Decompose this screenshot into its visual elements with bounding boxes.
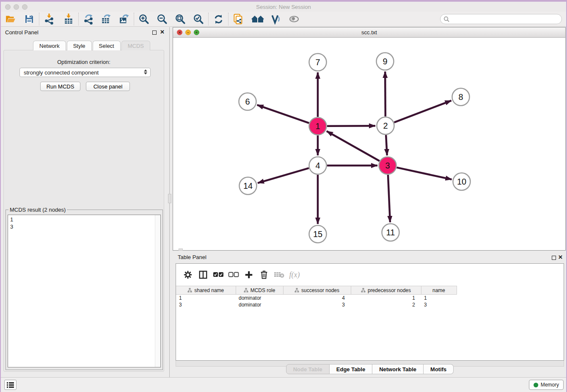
graph-node-label-10: 10 bbox=[457, 177, 466, 186]
list-icon bbox=[7, 382, 14, 388]
column-header-predecessor-nodes[interactable]: predecessor nodes bbox=[351, 286, 421, 295]
search-field[interactable] bbox=[440, 14, 562, 24]
mcds-panel: Optimization criterion: strongly connect… bbox=[3, 50, 164, 372]
close-panel-button[interactable]: Close panel bbox=[86, 82, 130, 91]
tab-network[interactable]: Network bbox=[33, 41, 66, 50]
import-network-icon[interactable] bbox=[42, 13, 56, 25]
settings-gear-icon[interactable] bbox=[180, 268, 195, 282]
cell-shared-name[interactable]: 1 bbox=[176, 295, 236, 301]
graph-edge-3-11[interactable] bbox=[388, 175, 390, 222]
home-networks-icon[interactable] bbox=[250, 13, 265, 25]
show-hide-eye-icon[interactable] bbox=[287, 13, 301, 25]
cell-predecessor-nodes[interactable]: 1 bbox=[351, 295, 421, 301]
search-input[interactable] bbox=[450, 15, 561, 23]
tab-style[interactable]: Style bbox=[67, 41, 92, 50]
float-table-panel-icon[interactable] bbox=[552, 256, 556, 260]
tab-select[interactable]: Select bbox=[93, 41, 121, 50]
network-view-window: ✕ − + scc.txt 7968124314101511 bbox=[173, 27, 566, 251]
graph-edge-3-1[interactable] bbox=[327, 131, 380, 161]
add-row-icon[interactable] bbox=[241, 268, 256, 282]
control-panel-tabs: Network Style Select MCDS bbox=[33, 41, 151, 50]
cell-mcds-role[interactable]: dominator bbox=[236, 301, 283, 308]
refresh-view-icon[interactable] bbox=[211, 13, 226, 25]
column-header-name[interactable]: name bbox=[421, 286, 457, 295]
status-bar: Memory bbox=[0, 377, 567, 392]
zoom-in-icon[interactable] bbox=[137, 13, 151, 25]
task-history-button[interactable] bbox=[4, 380, 17, 390]
zoom-out-icon[interactable] bbox=[155, 13, 169, 25]
export-network-icon[interactable] bbox=[81, 13, 96, 25]
column-header-mcds-role[interactable]: MCDS role bbox=[236, 286, 283, 295]
panel-divider-handle[interactable] bbox=[168, 194, 171, 203]
table-row[interactable]: 1 dominator 4 1 1 bbox=[176, 295, 457, 301]
network-canvas[interactable]: 7968124314101511 bbox=[173, 38, 565, 250]
import-table-icon[interactable] bbox=[61, 13, 76, 25]
network-from-file-icon[interactable] bbox=[231, 13, 245, 25]
save-session-icon[interactable] bbox=[22, 13, 36, 25]
deselect-all-checkboxes-icon[interactable] bbox=[226, 268, 241, 282]
cell-mcds-role[interactable]: dominator bbox=[236, 295, 283, 301]
graph-node-label-14: 14 bbox=[243, 181, 253, 190]
visual-styles-icon[interactable] bbox=[269, 13, 283, 25]
mcds-result-box: MCDS result (2 nodes) 1 3 bbox=[6, 210, 163, 370]
graph-edge-4-14[interactable] bbox=[258, 168, 309, 183]
toggle-columns-icon[interactable] bbox=[195, 268, 211, 282]
delete-row-icon[interactable] bbox=[256, 268, 272, 282]
chevron-updown-icon bbox=[144, 69, 147, 75]
search-icon bbox=[443, 16, 450, 22]
mcds-result-text[interactable]: 1 3 bbox=[8, 215, 161, 367]
cell-name[interactable]: 3 bbox=[421, 301, 457, 308]
optimization-criterion-label: Optimization criterion: bbox=[4, 59, 164, 65]
table-header-row: shared name MCDS role successor nodes pr… bbox=[176, 286, 457, 295]
window-frame-left bbox=[0, 0, 1, 392]
cell-name[interactable]: 1 bbox=[421, 295, 457, 301]
graph-edge-1-2[interactable] bbox=[327, 126, 375, 126]
close-panel-icon[interactable]: ✕ bbox=[160, 29, 165, 35]
column-type-icon bbox=[295, 288, 299, 293]
criterion-select[interactable]: strongly connected component bbox=[19, 68, 151, 77]
table-panel-title: Table Panel bbox=[178, 254, 206, 260]
window-frame-top bbox=[0, 0, 567, 2]
close-table-panel-icon[interactable]: ✕ bbox=[558, 254, 563, 260]
graph-node-label-1: 1 bbox=[315, 121, 320, 131]
criterion-value: strongly connected component bbox=[24, 69, 99, 76]
graph-edge-2-8[interactable] bbox=[394, 101, 451, 123]
open-folder-icon[interactable] bbox=[3, 13, 18, 25]
cell-successor-nodes[interactable]: 3 bbox=[283, 301, 351, 308]
tab-mcds[interactable]: MCDS bbox=[121, 41, 150, 50]
tab-node-table[interactable]: Node Table bbox=[286, 364, 330, 374]
horizontal-divider-handle[interactable] bbox=[179, 248, 183, 251]
graph-edge-2-9[interactable] bbox=[385, 72, 385, 116]
toolbar-separator bbox=[134, 13, 134, 25]
zoom-fit-icon[interactable] bbox=[173, 13, 187, 25]
tab-network-table[interactable]: Network Table bbox=[372, 364, 424, 374]
toolbar-separator bbox=[39, 13, 39, 25]
toolbar-separator bbox=[208, 13, 209, 25]
column-type-icon bbox=[187, 288, 192, 293]
graph-node-label-3: 3 bbox=[385, 161, 390, 170]
table-row[interactable]: 3 dominator 3 2 3 bbox=[176, 301, 457, 308]
memory-button[interactable]: Memory bbox=[529, 380, 564, 390]
result-scrollbar[interactable] bbox=[155, 215, 160, 367]
zoom-selected-icon[interactable] bbox=[191, 13, 206, 25]
graph-node-label-15: 15 bbox=[313, 229, 322, 239]
graph-node-label-7: 7 bbox=[315, 58, 320, 67]
export-table-icon[interactable] bbox=[99, 13, 113, 25]
table-toolbar: f(x) bbox=[176, 264, 564, 286]
cell-successor-nodes[interactable]: 4 bbox=[283, 295, 351, 301]
tab-motifs[interactable]: Motifs bbox=[424, 364, 454, 374]
tab-edge-table[interactable]: Edge Table bbox=[330, 364, 372, 374]
function-builder-icon: f(x) bbox=[287, 268, 302, 282]
select-all-checkboxes-icon[interactable] bbox=[211, 268, 226, 282]
float-panel-icon[interactable] bbox=[152, 30, 157, 35]
column-header-shared-name[interactable]: shared name bbox=[176, 286, 236, 295]
cell-shared-name[interactable]: 3 bbox=[176, 301, 236, 308]
graph-edge-2-3[interactable] bbox=[386, 135, 387, 155]
run-mcds-button[interactable]: Run MCDS bbox=[40, 82, 80, 91]
graph-edge-1-6[interactable] bbox=[257, 105, 309, 123]
export-image-icon[interactable] bbox=[117, 13, 131, 25]
graph-edge-3-10[interactable] bbox=[396, 168, 451, 179]
column-header-successor-nodes[interactable]: successor nodes bbox=[283, 286, 351, 295]
cell-predecessor-nodes[interactable]: 2 bbox=[351, 301, 421, 308]
network-window-titlebar[interactable]: ✕ − + scc.txt bbox=[173, 28, 565, 38]
